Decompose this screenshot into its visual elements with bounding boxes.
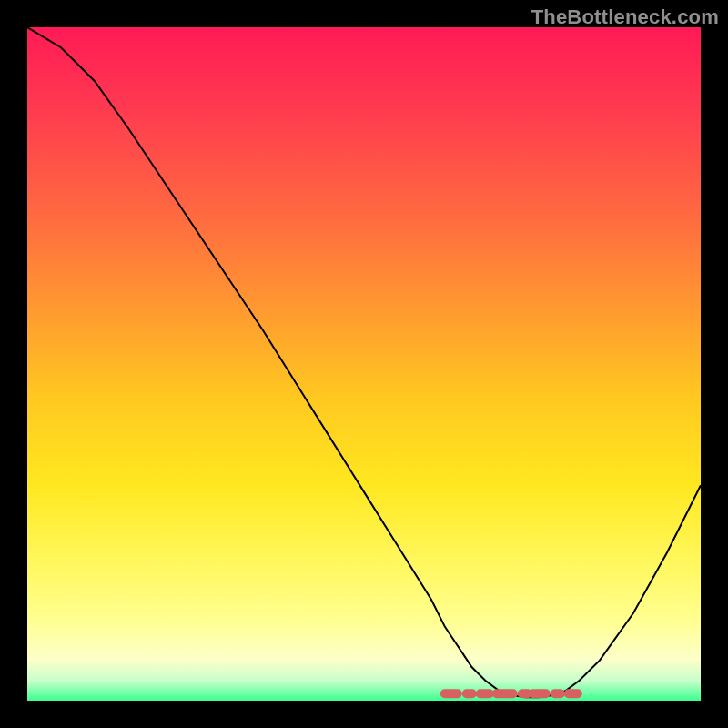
bottleneck-curve — [27, 27, 701, 697]
chart-plot-area — [27, 27, 701, 701]
chart-outer-frame: TheBottleneck.com — [0, 0, 728, 728]
watermark-label: TheBottleneck.com — [531, 5, 719, 29]
chart-svg — [27, 27, 701, 701]
